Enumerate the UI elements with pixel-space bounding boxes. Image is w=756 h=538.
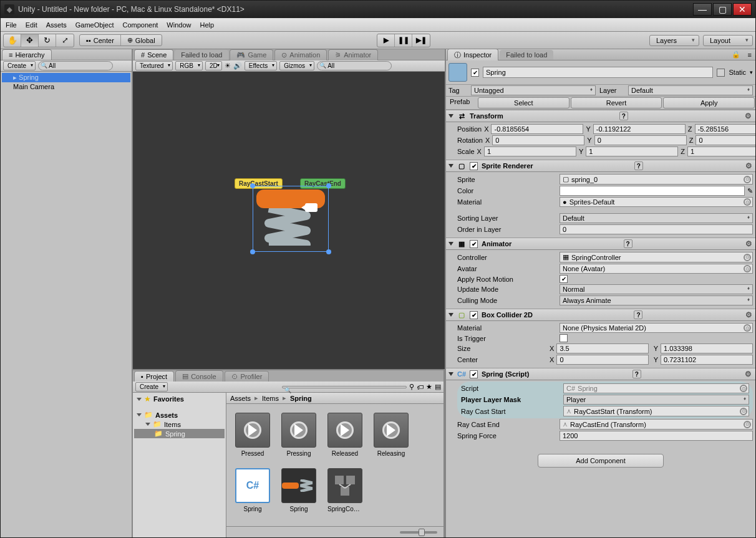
help-icon[interactable]: ? <box>619 112 628 120</box>
sel-handle-tr[interactable] <box>326 183 331 188</box>
play-button[interactable]: ▶ <box>377 34 395 47</box>
audio-icon[interactable]: 🔊 <box>233 62 242 70</box>
scale-y-input[interactable] <box>586 147 678 156</box>
layout-dropdown[interactable]: Layout <box>703 35 753 46</box>
spring-gameobject[interactable]: RayCastStart RayCastEnd <box>256 190 325 247</box>
layer-dropdown[interactable]: Default <box>628 85 753 95</box>
gear-icon[interactable]: ⚙ <box>744 112 753 120</box>
add-component-button[interactable]: Add Component <box>538 454 664 468</box>
object-picker-icon[interactable]: ⊙ <box>744 324 751 332</box>
help-icon[interactable]: ? <box>624 239 632 248</box>
sel-handle-br[interactable] <box>326 249 331 254</box>
bc-material-field[interactable]: None (Physics Material 2D)⊙ <box>560 323 753 333</box>
gear-icon[interactable]: ⚙ <box>744 161 753 170</box>
static-checkbox[interactable] <box>717 69 725 77</box>
profiler-tab[interactable]: ⏲Profiler <box>225 371 269 382</box>
asset-size-slider[interactable] <box>400 531 437 534</box>
object-picker-icon[interactable]: ⊙ <box>744 176 751 183</box>
raystart-field[interactable]: ⋏RayCastStart (Transform)⊙ <box>563 406 749 416</box>
asset-spring-prefab[interactable]: Spring <box>281 468 316 512</box>
hierarchy-search[interactable]: All <box>38 61 113 70</box>
light-icon[interactable]: ☀ <box>225 62 231 70</box>
hierarchy-tab[interactable]: ≡ Hierarchy <box>2 49 52 60</box>
gear-icon[interactable]: ⚙ <box>744 370 753 378</box>
move-tool[interactable]: ✥ <box>21 34 39 47</box>
layer-mask-dropdown[interactable]: Player <box>563 395 749 405</box>
help-icon[interactable]: ? <box>634 310 642 319</box>
collapse-icon[interactable] <box>448 114 453 118</box>
order-input[interactable] <box>560 224 753 234</box>
project-search[interactable] <box>282 386 407 388</box>
hand-tool[interactable]: ✋ <box>4 34 21 47</box>
script-field[interactable]: C#Spring⊙ <box>563 383 749 393</box>
scene-view[interactable]: RayCastStart RayCastEnd <box>133 72 445 369</box>
root-motion-checkbox[interactable]: ✔ <box>560 275 568 283</box>
help-icon[interactable]: ? <box>634 161 643 170</box>
hierarchy-item-maincamera[interactable]: Main Camera <box>2 82 130 91</box>
sprite-field[interactable]: ▢spring_0⊙ <box>560 174 753 185</box>
collapse-icon[interactable] <box>448 164 453 168</box>
sorting-layer-dropdown[interactable]: Default <box>560 213 753 223</box>
assets-node[interactable]: 📁Assets <box>134 410 225 420</box>
pos-y-input[interactable] <box>593 124 686 134</box>
menu-component[interactable]: Component <box>122 21 158 29</box>
favorite-icon[interactable]: ★ <box>426 383 432 391</box>
items-node[interactable]: 📁Items <box>134 420 225 429</box>
gameobject-name-input[interactable] <box>483 67 713 78</box>
bc-items[interactable]: Items <box>262 395 279 402</box>
asset-releasing[interactable]: Releasing <box>374 413 409 457</box>
prefab-apply-button[interactable]: Apply <box>663 97 755 108</box>
close-button[interactable]: ✕ <box>733 3 752 16</box>
material-field[interactable]: ●Sprites-Default⊙ <box>560 197 753 207</box>
update-mode-dropdown[interactable]: Normal <box>560 284 753 294</box>
asset-pressing[interactable]: Pressing <box>281 413 316 457</box>
trigger-checkbox[interactable] <box>560 334 568 342</box>
color-field[interactable] <box>560 186 745 196</box>
hierarchy-create[interactable]: Create <box>3 61 36 70</box>
gizmos-dropdown[interactable]: Gizmos <box>279 61 314 70</box>
pos-x-input[interactable] <box>491 124 583 134</box>
scene-search[interactable]: All <box>317 61 392 70</box>
rgb-dropdown[interactable]: RGB <box>175 61 203 70</box>
culling-mode-dropdown[interactable]: Always Animate <box>560 295 753 305</box>
scale-z-input[interactable] <box>687 147 755 156</box>
asset-pressed[interactable]: Pressed <box>235 413 270 457</box>
hierarchy-item-spring[interactable]: ▸ Spring <box>2 73 130 82</box>
menu-file[interactable]: File <box>6 21 17 29</box>
size-y-input[interactable] <box>661 343 753 353</box>
project-tab[interactable]: ▪Project <box>134 371 174 382</box>
center-y-input[interactable] <box>661 355 753 365</box>
menu-gameobject[interactable]: GameObject <box>75 21 114 29</box>
maximize-button[interactable]: ▢ <box>713 3 732 16</box>
filter-icon[interactable]: ⚲ <box>409 383 414 391</box>
asset-springcontroller[interactable]: SpringCont... <box>327 468 362 512</box>
object-picker-icon[interactable]: ⊙ <box>744 421 751 428</box>
prefab-revert-button[interactable]: Revert <box>571 97 662 108</box>
effects-dropdown[interactable]: Effects <box>245 61 277 70</box>
rotate-tool[interactable]: ↻ <box>39 34 56 47</box>
sel-handle-bl[interactable] <box>250 249 255 254</box>
layers-dropdown[interactable]: Layers <box>649 35 699 46</box>
inspector-lock-icon[interactable]: 🔒 <box>728 50 744 59</box>
static-dropdown-icon[interactable]: ▾ <box>750 69 753 75</box>
object-picker-icon[interactable]: ⊙ <box>744 265 751 272</box>
inspector-menu-icon[interactable]: ≡ <box>744 51 755 59</box>
controller-field[interactable]: ▦SpringController⊙ <box>560 252 753 262</box>
project-create[interactable]: Create <box>135 382 168 391</box>
object-picker-icon[interactable]: ⊙ <box>744 254 751 261</box>
scene-tab[interactable]: #Scene <box>134 49 173 60</box>
pivot-center[interactable]: ▪▪Center <box>80 35 121 46</box>
save-search-icon[interactable]: ▤ <box>435 383 441 391</box>
rot-x-input[interactable] <box>492 135 584 145</box>
pause-button[interactable]: ❚❚ <box>395 34 412 47</box>
menu-edit[interactable]: Edit <box>26 21 37 29</box>
pos-z-input[interactable] <box>695 124 755 134</box>
rot-y-input[interactable] <box>594 135 687 145</box>
filter-type-icon[interactable]: 🏷 <box>417 383 424 391</box>
animator-tab[interactable]: ⚞Animator <box>328 49 378 60</box>
spring-force-input[interactable] <box>560 431 753 441</box>
inspector-tab[interactable]: ⓘInspector <box>447 49 498 61</box>
inspector-failed-tab[interactable]: Failed to load <box>500 50 553 60</box>
collapse-icon[interactable] <box>448 372 453 376</box>
2d-toggle[interactable]: 2D <box>205 61 222 70</box>
